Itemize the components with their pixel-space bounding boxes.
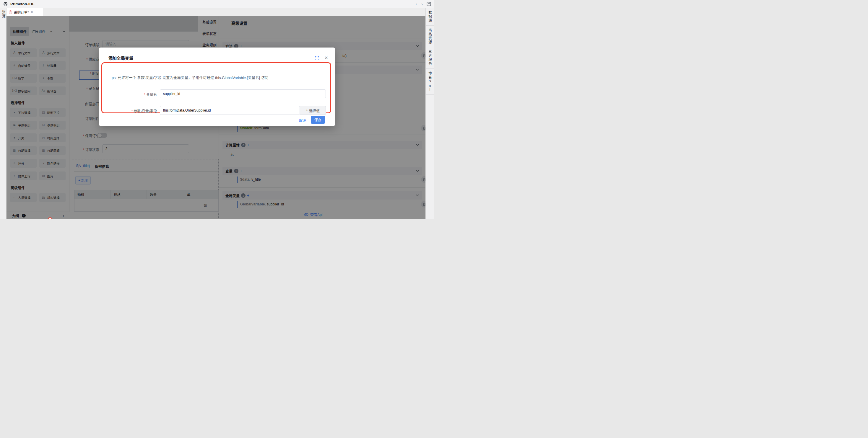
highlighted-form-area: ps: 允许将一个 参数\变量\字段 设置为全局变量，子组件可通过 this.G… (101, 62, 331, 113)
tab-label: 采购订单* (14, 10, 29, 14)
nav-back-icon[interactable]: ‹ (414, 2, 419, 6)
title-bar: Primeton-IDE ‹ › (0, 0, 434, 8)
dialog-title: 添加全局变量 (108, 55, 133, 61)
select-value-button[interactable]: +选择值 (300, 106, 326, 115)
source-field-label: *参数\变量\字段 (110, 108, 157, 113)
right-dock-tab[interactable]: 命名Sql (426, 69, 434, 95)
tab-purchase-order[interactable]: 采购订单* × (6, 8, 43, 16)
right-dock-tab[interactable]: 离线资源 (426, 26, 434, 47)
app-title: Primeton-IDE (10, 2, 35, 6)
dock-tab-resources[interactable]: 资源 (1, 10, 6, 18)
dialog-note: ps: 允许将一个 参数\变量\字段 设置为全局变量，子组件可通过 this.G… (112, 75, 324, 80)
document-icon (9, 10, 12, 14)
fullscreen-icon[interactable] (315, 56, 319, 60)
right-dock-tab[interactable]: 三方服务 (426, 47, 434, 69)
nav-forward-icon[interactable]: › (419, 2, 425, 6)
add-global-variable-dialog: 添加全局变量 ✕ ps: 允许将一个 参数\变量\字段 设置为全局变量，子组件可… (99, 47, 335, 126)
source-field-input[interactable] (160, 106, 300, 115)
left-dock-strip: 资源 (0, 8, 6, 219)
close-icon[interactable]: ✕ (324, 55, 328, 61)
save-icon[interactable] (427, 2, 431, 6)
editor-tab-bar: 采购订单* × (6, 8, 426, 16)
tab-close-icon[interactable]: × (31, 10, 33, 14)
app-logo-icon (3, 1, 8, 6)
app-window: Primeton-IDE ‹ › 资源 数据源 离线资源 三方服务 命名Sql (0, 0, 434, 219)
right-dock-tab[interactable]: 数据源 (426, 8, 434, 26)
variable-name-label: *变量名 (110, 92, 157, 97)
variable-name-input[interactable] (160, 90, 326, 98)
cancel-button[interactable]: 取消 (299, 117, 306, 123)
right-dock-strip: 数据源 离线资源 三方服务 命名Sql (426, 8, 434, 219)
save-button[interactable]: 保存 (311, 116, 325, 124)
